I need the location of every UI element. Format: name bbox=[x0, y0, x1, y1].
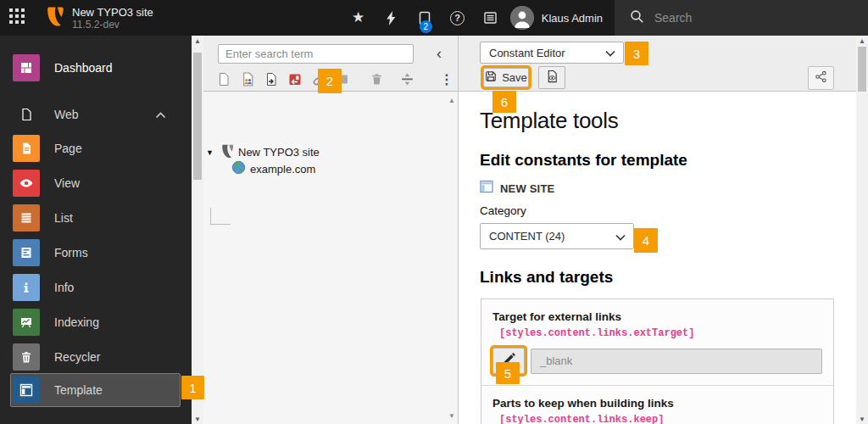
tree-node-child[interactable]: example.com bbox=[231, 160, 315, 177]
content-scrollbar[interactable]: ▲ ▼ bbox=[856, 36, 868, 424]
new-page-icon[interactable] bbox=[212, 69, 236, 89]
constant-row-exttarget: Target for external links [styles.conten… bbox=[481, 299, 833, 385]
mode-select-value: Constant Editor bbox=[481, 47, 605, 59]
module-menu-scrollbar[interactable]: ▲ ▼ bbox=[192, 36, 203, 424]
new-external-link-page-icon[interactable] bbox=[283, 69, 307, 89]
brand-text: New TYPO3 site 11.5.2-dev bbox=[72, 6, 153, 31]
sidebar-item-label: Web bbox=[54, 108, 79, 121]
system-information-count-badge: 2 bbox=[420, 20, 432, 33]
indexing-module-icon bbox=[13, 309, 40, 336]
scroll-down-arrow[interactable]: ▼ bbox=[192, 414, 203, 424]
sidebar-item-forms[interactable]: Forms bbox=[0, 236, 192, 270]
dashboard-icon bbox=[13, 54, 40, 81]
chevron-up-icon[interactable] bbox=[155, 107, 166, 122]
clear-cache-bolt-icon[interactable] bbox=[384, 10, 399, 25]
sidebar-item-info[interactable]: Info bbox=[0, 271, 192, 304]
info-module-icon bbox=[13, 274, 40, 301]
annotation-badge-2: 2 bbox=[318, 69, 342, 93]
sidebar-item-page[interactable]: Page bbox=[0, 131, 192, 165]
search-placeholder: Search bbox=[654, 11, 692, 25]
new-shortcut-page-icon[interactable] bbox=[259, 69, 283, 89]
tree-expander-icon[interactable]: ▼ bbox=[206, 148, 214, 157]
help-question-glyph: ? bbox=[450, 11, 465, 25]
typo3-logo-icon bbox=[42, 5, 64, 31]
template-record-row: NEW SITE bbox=[480, 180, 554, 197]
sidebar-item-template[interactable]: Template bbox=[10, 373, 181, 407]
category-select[interactable]: CONTENT (24) bbox=[480, 223, 634, 249]
brand[interactable]: New TYPO3 site 11.5.2-dev bbox=[34, 5, 153, 31]
forms-module-icon bbox=[13, 239, 40, 266]
help-icon[interactable]: ? bbox=[450, 10, 465, 25]
recycler-module-icon bbox=[13, 343, 40, 371]
site-version: 11.5.2-dev bbox=[72, 19, 153, 31]
constant-value-input[interactable] bbox=[531, 349, 822, 374]
delete-trash-icon[interactable] bbox=[364, 69, 388, 89]
sidebar-item-web[interactable]: Web bbox=[0, 98, 192, 131]
typo3-site-icon bbox=[219, 143, 234, 161]
sidebar-item-indexing[interactable]: Indexing bbox=[0, 305, 192, 339]
scroll-up-arrow[interactable]: ▲ bbox=[192, 36, 203, 46]
typo3-backend-window: New TYPO3 site 11.5.2-dev ★ 2 ? bbox=[0, 0, 868, 424]
sidebar-item-view[interactable]: View bbox=[0, 166, 192, 200]
constant-key: [styles.content.links.keep] bbox=[499, 414, 664, 424]
module-menu: Dashboard Web Page View bbox=[0, 36, 192, 424]
username: Klaus Admin bbox=[542, 12, 603, 25]
search-icon bbox=[630, 9, 644, 27]
page-tree-panel: ‹ bbox=[203, 36, 459, 424]
collapse-expand-tree-icon[interactable] bbox=[395, 69, 419, 89]
annotation-badge-5: 5 bbox=[496, 362, 520, 384]
top-bar: New TYPO3 site 11.5.2-dev ★ 2 ? bbox=[0, 0, 868, 36]
scroll-down-arrow[interactable]: ▼ bbox=[856, 414, 868, 424]
tree-more-options-icon[interactable]: ⋮ bbox=[440, 71, 453, 87]
category-label: Category bbox=[480, 204, 526, 217]
sidebar-item-list[interactable]: List bbox=[0, 201, 192, 235]
tree-connector-line bbox=[210, 208, 231, 225]
scrollbar-thumb[interactable] bbox=[193, 53, 202, 180]
scroll-up-arrow[interactable]: ▲ bbox=[856, 36, 868, 46]
mode-select[interactable]: Constant Editor bbox=[480, 42, 624, 64]
apps-grid-icon bbox=[8, 8, 25, 28]
tree-node-root[interactable]: ▼ New TYPO3 site bbox=[206, 143, 320, 161]
annotation-badge-1: 1 bbox=[181, 376, 204, 399]
tree-search-input[interactable] bbox=[218, 44, 414, 64]
sidebar-item-label: Page bbox=[54, 142, 82, 155]
save-button[interactable]: Save bbox=[483, 68, 529, 87]
global-search[interactable]: Search bbox=[615, 0, 868, 36]
constant-key: [styles.content.links.extTarget] bbox=[499, 327, 694, 339]
view-module-icon bbox=[13, 170, 40, 197]
tree-scroll-up-arrow[interactable]: ▲ bbox=[446, 95, 458, 105]
collapse-tree-panel-icon[interactable]: ‹ bbox=[429, 43, 449, 64]
section-heading: Links and targets bbox=[480, 268, 613, 287]
sidebar-item-label: Recycler bbox=[54, 350, 100, 364]
avatar bbox=[510, 6, 534, 30]
new-backend-user-section-page-icon[interactable] bbox=[236, 69, 259, 89]
sidebar-item-label: Template bbox=[54, 383, 103, 397]
tree-body: ▼ New TYPO3 site example.com bbox=[203, 92, 458, 424]
tree-node-label: New TYPO3 site bbox=[238, 146, 320, 159]
constant-edit-row bbox=[492, 348, 822, 374]
apps-grid-button[interactable] bbox=[0, 0, 34, 36]
sidebar-item-label: View bbox=[54, 176, 80, 190]
toolbar-list-icon[interactable] bbox=[483, 10, 498, 25]
site-title: New TYPO3 site bbox=[72, 6, 153, 19]
category-select-value: CONTENT (24) bbox=[481, 230, 615, 243]
scrollbar-thumb[interactable] bbox=[858, 47, 866, 92]
template-module-icon bbox=[13, 377, 40, 404]
sidebar-item-label: Dashboard bbox=[54, 61, 113, 75]
annotation-badge-3: 3 bbox=[625, 42, 648, 65]
sidebar-item-label: Indexing bbox=[54, 315, 99, 329]
tree-scroll-down-arrow[interactable]: ▼ bbox=[446, 410, 458, 421]
sidebar-item-label: List bbox=[54, 211, 73, 225]
share-button[interactable] bbox=[808, 66, 834, 90]
doc-header: Constant Editor Save bbox=[459, 36, 856, 92]
preview-button[interactable] bbox=[538, 66, 565, 89]
sidebar-item-label: Info bbox=[54, 281, 74, 294]
bookmark-star-icon[interactable]: ★ bbox=[351, 10, 366, 25]
annotation-badge-4: 4 bbox=[634, 228, 658, 253]
user-menu[interactable]: Klaus Admin bbox=[510, 6, 603, 30]
edit-constants-heading: Edit constants for template bbox=[480, 151, 687, 170]
sidebar-item-dashboard[interactable]: Dashboard bbox=[0, 51, 192, 85]
constant-label: Parts to keep when building links bbox=[492, 397, 674, 410]
sidebar-item-recycler[interactable]: Recycler bbox=[0, 340, 192, 374]
system-information-icon[interactable]: 2 bbox=[417, 10, 432, 25]
